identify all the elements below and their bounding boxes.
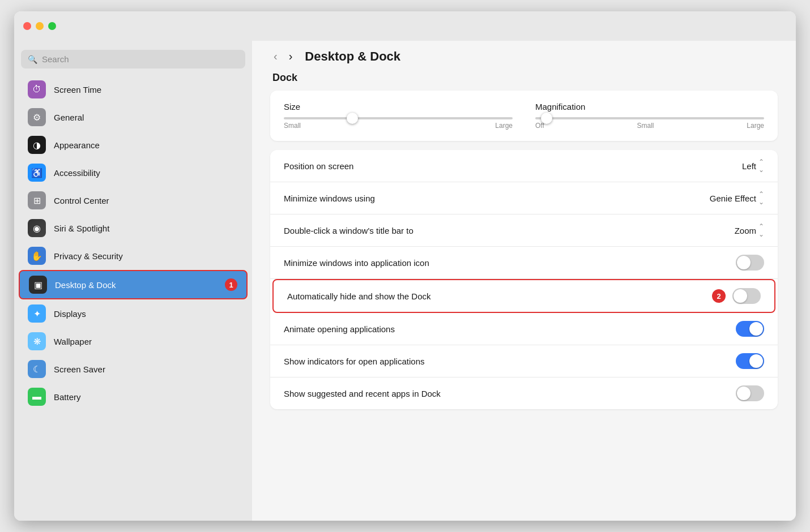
sidebar-item-screen-saver[interactable]: ☾Screen Saver: [19, 355, 248, 383]
setting-label-animate-open: Animate opening applications: [284, 324, 395, 334]
sidebar-item-wallpaper[interactable]: ❋Wallpaper: [19, 328, 248, 355]
magnification-label: Magnification: [535, 102, 764, 111]
size-max-label: Large: [495, 122, 513, 130]
screen-time-icon: ⏱: [28, 80, 46, 98]
setting-row-minimize-effect: Minimize windows usingGenie Effect⌃⌄: [270, 182, 778, 214]
sidebar-item-label-siri: Siri & Spotlight: [54, 224, 109, 233]
appearance-icon: ◑: [28, 136, 46, 154]
mag-slider-labels: Off Small Large: [535, 122, 764, 130]
maximize-button[interactable]: [48, 22, 56, 30]
main-content: ‹ › Desktop & Dock Dock Size: [252, 41, 796, 521]
setting-value-position[interactable]: Left⌃⌄: [742, 158, 764, 174]
sidebar-item-label-battery: Battery: [54, 392, 81, 402]
sidebar-item-accessibility[interactable]: ♿Accessibility: [19, 159, 248, 186]
size-slider-thumb[interactable]: [347, 113, 358, 124]
sidebar-item-appearance[interactable]: ◑Appearance: [19, 131, 248, 158]
setting-label-minimize-effect: Minimize windows using: [284, 194, 375, 203]
setting-label-minimize-app-icon: Minimize windows into application icon: [284, 258, 429, 268]
mag-slider-thumb[interactable]: [541, 113, 552, 124]
sidebar-item-label-general: General: [54, 113, 84, 122]
main-window: 🔍 Search ⏱Screen Time⚙General◑Appearance…: [14, 11, 796, 521]
sidebar-item-label-control-center: Control Center: [54, 196, 109, 205]
value-text-double-click: Zoom: [735, 226, 756, 235]
size-slider-section: Size Small Large: [284, 102, 513, 130]
toggle-thumb-show-recent: [737, 387, 751, 400]
toggle-animate-open[interactable]: [736, 321, 764, 337]
sidebar-item-control-center[interactable]: ⊞Control Center: [19, 187, 248, 214]
accessibility-icon: ♿: [28, 164, 46, 182]
setting-value-minimize-effect[interactable]: Genie Effect⌃⌄: [710, 190, 764, 206]
battery-icon: ▬: [28, 388, 46, 406]
sidebar-item-battery[interactable]: ▬Battery: [19, 383, 248, 410]
sidebar-item-label-privacy: Privacy & Security: [54, 251, 123, 261]
highlight-wrapper-auto-hide: Automatically hide and show the Dock2: [272, 279, 775, 313]
wallpaper-icon: ❋: [28, 332, 46, 350]
setting-row-auto-hide: Automatically hide and show the Dock2: [274, 280, 774, 312]
minimize-button[interactable]: [36, 22, 44, 30]
forward-button[interactable]: ›: [285, 49, 296, 64]
sidebar-item-general[interactable]: ⚙General: [19, 104, 248, 131]
sidebar-items: ⏱Screen Time⚙General◑Appearance♿Accessib…: [14, 75, 252, 411]
value-text-minimize-effect: Genie Effect: [710, 194, 756, 203]
sidebar-item-desktop-dock[interactable]: ▣Desktop & Dock1: [19, 270, 248, 299]
siri-icon: ◉: [28, 219, 46, 237]
search-icon: 🔍: [28, 55, 37, 64]
setting-row-double-click: Double-click a window's title bar toZoom…: [270, 214, 778, 247]
toggle-auto-hide[interactable]: [732, 288, 761, 304]
screen-saver-icon: ☾: [28, 360, 46, 378]
setting-row-animate-open: Animate opening applications: [270, 313, 778, 345]
size-min-label: Small: [284, 122, 301, 130]
setting-row-show-recent: Show suggested and recent apps in Dock: [270, 377, 778, 409]
magnification-slider-section: Magnification Off Small Large: [535, 102, 764, 130]
size-slider-labels: Small Large: [284, 122, 513, 130]
toggle-minimize-app-icon[interactable]: [736, 255, 764, 271]
size-slider-wrap: [284, 117, 513, 119]
badge-desktop-dock: 1: [225, 278, 237, 291]
mag-slider-track[interactable]: [535, 117, 764, 119]
setting-row-show-indicators: Show indicators for open applications: [270, 345, 778, 377]
settings-body: Dock Size Small: [252, 72, 796, 436]
search-placeholder: Search: [42, 54, 69, 64]
value-text-position: Left: [742, 161, 756, 171]
page-title: Desktop & Dock: [305, 49, 400, 64]
mag-large-label: Large: [747, 122, 764, 130]
privacy-icon: ✋: [28, 247, 46, 265]
desktop-dock-icon: ▣: [29, 276, 47, 294]
search-box[interactable]: 🔍 Search: [21, 50, 245, 68]
sidebar-item-siri[interactable]: ◉Siri & Spotlight: [19, 214, 248, 242]
chevron-icon-double-click: ⌃⌄: [758, 222, 764, 238]
sidebar-item-label-desktop-dock: Desktop & Dock: [55, 280, 116, 290]
sidebar-item-label-screen-saver: Screen Saver: [54, 364, 105, 374]
toggle-show-indicators[interactable]: [736, 353, 764, 369]
toggle-thumb-show-indicators: [749, 354, 763, 368]
setting-label-show-recent: Show suggested and recent apps in Dock: [284, 389, 441, 398]
sliders-card: Size Small Large: [270, 91, 778, 141]
toggle-thumb-minimize-app-icon: [737, 256, 751, 269]
mag-slider-wrap: [535, 117, 764, 119]
sidebar-item-label-appearance: Appearance: [54, 140, 100, 150]
dock-section-title: Dock: [270, 72, 778, 84]
inline-badge-auto-hide: 2: [712, 289, 726, 303]
setting-label-double-click: Double-click a window's title bar to: [284, 226, 413, 235]
close-button[interactable]: [23, 22, 31, 30]
sidebar-item-privacy[interactable]: ✋Privacy & Security: [19, 242, 248, 269]
sidebar-item-label-displays: Displays: [54, 309, 86, 319]
toggle-thumb-auto-hide: [734, 289, 747, 303]
mag-small-label: Small: [637, 122, 654, 130]
sidebar-item-screen-time[interactable]: ⏱Screen Time: [19, 76, 248, 103]
size-slider-track[interactable]: [284, 117, 513, 119]
setting-row-minimize-app-icon: Minimize windows into application icon: [270, 247, 778, 279]
back-button[interactable]: ‹: [270, 49, 281, 64]
sidebar: 🔍 Search ⏱Screen Time⚙General◑Appearance…: [14, 41, 252, 521]
setting-value-double-click[interactable]: Zoom⌃⌄: [735, 222, 764, 238]
toggle-show-recent[interactable]: [736, 385, 764, 401]
titlebar: [14, 11, 796, 41]
sidebar-item-label-wallpaper: Wallpaper: [54, 337, 92, 346]
setting-row-position: Position on screenLeft⌃⌄: [270, 150, 778, 182]
chevron-icon-position: ⌃⌄: [758, 158, 764, 174]
chevron-icon-minimize-effect: ⌃⌄: [758, 190, 764, 206]
sidebar-item-label-screen-time: Screen Time: [54, 85, 101, 95]
traffic-lights: [23, 22, 56, 30]
sidebar-item-displays[interactable]: ✦Displays: [19, 300, 248, 327]
general-icon: ⚙: [28, 108, 46, 126]
